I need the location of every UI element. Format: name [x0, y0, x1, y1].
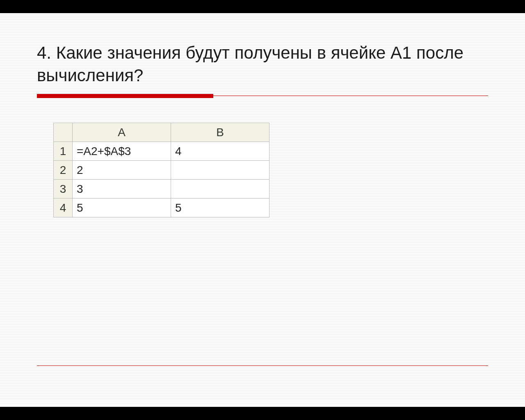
divider-thick: [37, 94, 213, 98]
col-header-a: A: [73, 123, 171, 142]
corner-cell: [54, 123, 73, 142]
row-header-4: 4: [54, 199, 73, 217]
cell-b3: [171, 180, 269, 199]
table-row: 3 3: [54, 180, 269, 199]
cell-a3: 3: [73, 180, 171, 199]
cell-b4: 5: [171, 199, 269, 217]
cell-b1: 4: [171, 142, 269, 161]
footer-divider: [37, 365, 488, 366]
table-row: 2 2: [54, 161, 269, 180]
row-header-2: 2: [54, 161, 73, 180]
row-header-3: 3: [54, 180, 73, 199]
cell-a1: =A2+$A$3: [73, 142, 171, 161]
col-header-b: B: [171, 123, 269, 142]
spreadsheet-table: A B 1 =A2+$A$3 4 2 2 3 3 4 5 5: [53, 123, 269, 217]
table-row: 1 =A2+$A$3 4: [54, 142, 269, 161]
table-row: 4 5 5: [54, 199, 269, 217]
row-header-1: 1: [54, 142, 73, 161]
divider: [37, 94, 488, 98]
cell-a2: 2: [73, 161, 171, 180]
slide-title: 4. Какие значения будут получены в ячейк…: [37, 42, 488, 87]
slide: 4. Какие значения будут получены в ячейк…: [0, 13, 525, 407]
cell-a4: 5: [73, 199, 171, 217]
header-row: A B: [54, 123, 269, 142]
cell-b2: [171, 161, 269, 180]
